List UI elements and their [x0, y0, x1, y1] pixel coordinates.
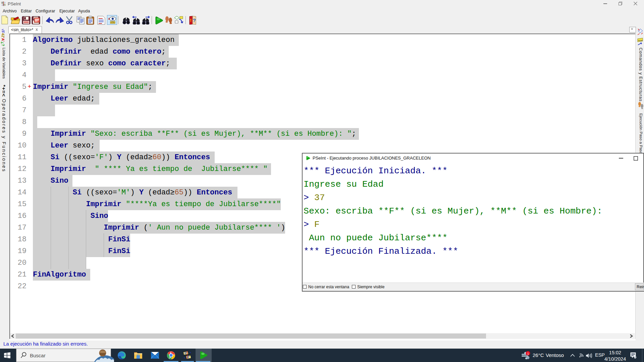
svg-text:Hola!: Hola!	[638, 40, 643, 42]
svg-text:?: ?	[193, 17, 196, 23]
svg-text:!: !	[190, 18, 192, 23]
svg-text:1: 1	[527, 352, 529, 355]
